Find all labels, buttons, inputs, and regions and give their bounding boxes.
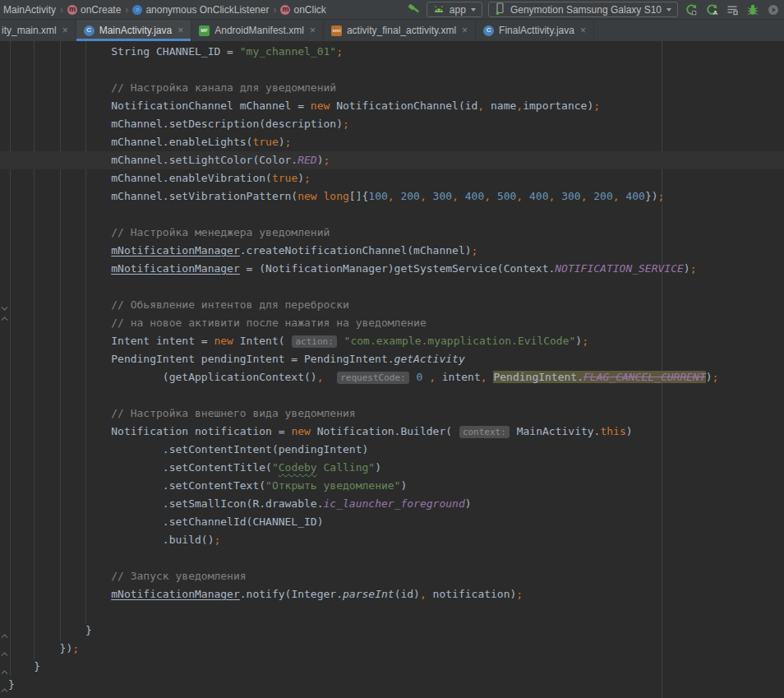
anonymous-class-icon: ○ xyxy=(132,5,142,15)
code-line[interactable] xyxy=(0,206,784,224)
fold-marker-icon[interactable] xyxy=(1,681,8,686)
tab-mainactivity-java[interactable]: CMainActivity.java× xyxy=(76,20,192,41)
breadcrumb-item-oncreate[interactable]: monCreate xyxy=(66,4,122,16)
apply-changes-icon[interactable] xyxy=(684,2,699,17)
code-line[interactable] xyxy=(0,61,784,79)
code-line[interactable] xyxy=(0,386,784,404)
tab-label: activity_final_acttivity.xml xyxy=(347,25,456,36)
code-line[interactable]: Notification notification = new Notifica… xyxy=(0,423,784,441)
code-editor[interactable]: String CHANNEL_ID = "my_channel_01"; // … xyxy=(0,41,784,698)
run-configuration-select[interactable]: app xyxy=(427,2,482,17)
run-toolbar: app Genymotion Samsung Galaxy S10 xyxy=(406,2,781,17)
close-icon[interactable]: × xyxy=(178,25,183,36)
code-line[interactable]: .setContentText("Открыть уведомление") xyxy=(0,477,784,495)
code-line[interactable]: // Запуск уведомления xyxy=(0,567,784,585)
code-line[interactable]: mChannel.enableLights(true); xyxy=(0,133,784,151)
code-line[interactable]: .setSmallIcon(R.drawable.ic_launcher_for… xyxy=(0,495,784,513)
code-line[interactable]: } xyxy=(0,622,784,640)
tab-label: AndroidManifest.xml xyxy=(214,25,304,36)
method-icon: m xyxy=(280,5,290,15)
close-icon[interactable]: × xyxy=(462,25,468,36)
close-icon[interactable]: × xyxy=(62,25,68,36)
code-line[interactable]: // на новое активити после нажатия на ув… xyxy=(0,314,784,332)
list-icon[interactable] xyxy=(725,2,740,17)
tab-label: MainActivity.java xyxy=(99,25,172,36)
run-configuration-label: app xyxy=(450,4,466,16)
phone-icon xyxy=(495,2,505,17)
chevron-down-icon xyxy=(471,8,476,12)
code-line[interactable]: Intent intent = new Intent( action: "com… xyxy=(0,332,784,350)
editor-tab-bar: ity_main.xml×CMainActivity.java×MFAndroi… xyxy=(0,20,784,41)
code-line[interactable]: } xyxy=(0,658,784,676)
profile-icon[interactable] xyxy=(766,2,781,17)
android-app-icon xyxy=(433,4,445,16)
breadcrumb-label: anonymous OnClickListener xyxy=(145,4,269,16)
code-line[interactable]: mChannel.enableVibration(true); xyxy=(0,169,784,187)
close-icon[interactable]: × xyxy=(310,25,316,36)
code-line[interactable]: mChannel.setLightColor(Color.RED); xyxy=(0,151,784,169)
code-line[interactable]: PendingIntent pendingIntent = PendingInt… xyxy=(0,350,784,368)
tab-androidmanifest-xml[interactable]: MFAndroidManifest.xml× xyxy=(191,20,324,41)
tab-label: ity_main.xml xyxy=(2,25,57,36)
device-label: Genymotion Samsung Galaxy S10 xyxy=(510,4,662,16)
breadcrumb-label: onCreate xyxy=(81,4,121,16)
code-line[interactable]: // Настройка менеджера уведомлений xyxy=(0,224,784,242)
code-line[interactable]: // Обьявление интентов для переброски xyxy=(0,296,784,314)
java-class-icon: C xyxy=(84,25,95,36)
tab-ity-main-xml[interactable]: ity_main.xml× xyxy=(0,20,76,41)
chevron-down-icon xyxy=(666,8,671,12)
code-line[interactable]: NotificationChannel mChannel = new Notif… xyxy=(0,97,784,115)
breadcrumb: MainActivity›monCreate›○anonymous OnClic… xyxy=(2,4,328,16)
code-line[interactable]: // Настройка внешнего вида уведомления xyxy=(0,404,784,423)
top-toolbar: MainActivity›monCreate›○anonymous OnClic… xyxy=(0,0,784,20)
debug-icon[interactable] xyxy=(745,2,760,17)
code-line[interactable]: mNotificationManager.createNotificationC… xyxy=(0,242,784,260)
method-icon: m xyxy=(67,5,77,15)
param-hint: action: xyxy=(292,335,336,348)
xml-file-icon: xml xyxy=(331,25,342,36)
code-line[interactable] xyxy=(0,549,784,567)
code-line[interactable]: mNotificationManager.notify(Integer.pars… xyxy=(0,585,784,603)
fold-marker-icon[interactable] xyxy=(1,663,8,668)
code-line[interactable]: } xyxy=(0,676,784,694)
fold-marker-icon[interactable] xyxy=(1,645,8,650)
breadcrumb-separator: › xyxy=(273,4,276,16)
fold-marker-icon[interactable] xyxy=(1,299,8,305)
code-line[interactable]: .setChannelId(CHANNEL_ID) xyxy=(0,513,784,531)
code-line[interactable]: .setContentIntent(pendingIntent) xyxy=(0,441,784,459)
code-line[interactable]: (getApplicationContext(), requestCode: 0… xyxy=(0,368,784,386)
breadcrumb-item-anonymous-onclicklistener[interactable]: ○anonymous OnClickListener xyxy=(131,4,270,16)
breadcrumb-item-mainactivity[interactable]: MainActivity xyxy=(2,4,58,16)
android-studio-window: MainActivity›monCreate›○anonymous OnClic… xyxy=(0,0,784,698)
tab-label: FinalActtivity.java xyxy=(499,25,574,36)
breadcrumb-separator: › xyxy=(125,4,128,16)
apply-code-changes-icon[interactable]: A xyxy=(704,2,719,17)
close-icon[interactable]: × xyxy=(580,25,586,36)
param-hint: requestCode: xyxy=(337,372,408,384)
svg-text:A: A xyxy=(713,9,717,16)
tab-activity-final-acttivity-xml[interactable]: xmlactivity_final_acttivity.xml× xyxy=(324,20,476,41)
code-line[interactable] xyxy=(0,278,784,296)
tab-finalacttivity-java[interactable]: CFinalActtivity.java× xyxy=(476,20,594,41)
fold-marker-icon[interactable] xyxy=(1,309,8,315)
param-hint: context: xyxy=(459,426,510,438)
breadcrumb-separator: › xyxy=(60,4,63,16)
breadcrumb-label: MainActivity xyxy=(3,4,56,16)
java-class-icon: C xyxy=(483,25,494,36)
code-line[interactable]: // Настройка канала для уведомлений xyxy=(0,79,784,97)
device-select[interactable]: Genymotion Samsung Galaxy S10 xyxy=(488,2,678,17)
code-line[interactable] xyxy=(0,603,784,622)
code-line[interactable]: }); xyxy=(0,640,784,658)
manifest-file-icon: MF xyxy=(199,25,210,36)
build-hammer-icon[interactable] xyxy=(406,2,421,17)
code-line[interactable]: .setContentTitle("Codeby Calling") xyxy=(0,459,784,477)
code-line[interactable]: .build(); xyxy=(0,531,784,549)
breadcrumb-label: onClick xyxy=(293,4,325,16)
code-line[interactable]: String CHANNEL_ID = "my_channel_01"; xyxy=(0,43,784,61)
code-line[interactable]: mNotificationManager = (NotificationMana… xyxy=(0,260,784,278)
code-area: String CHANNEL_ID = "my_channel_01"; // … xyxy=(0,43,784,694)
code-line[interactable]: mChannel.setVibrationPattern(new long[]{… xyxy=(0,187,784,206)
fold-marker-icon[interactable] xyxy=(1,626,8,632)
breadcrumb-item-onclick[interactable]: monClick xyxy=(279,4,327,16)
code-line[interactable]: mChannel.setDescription(description); xyxy=(0,115,784,133)
